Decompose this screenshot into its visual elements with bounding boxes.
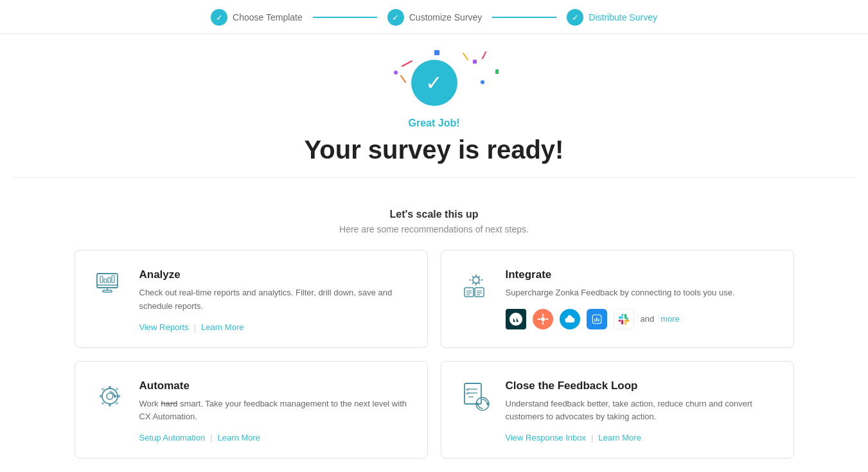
great-job-label: Great Job! [13, 118, 855, 129]
svg-rect-2 [495, 69, 499, 74]
analyze-card: Analyze Check out real-time reports and … [75, 250, 428, 348]
svg-rect-35 [109, 386, 111, 389]
slack-logo [614, 309, 634, 329]
step-line-2 [492, 17, 556, 18]
integrate-icon [459, 268, 493, 302]
svg-point-8 [481, 80, 484, 84]
svg-point-7 [394, 71, 398, 74]
hubspot-logo [533, 309, 553, 329]
svg-line-3 [402, 61, 412, 66]
scale-up-title: Let's scale this up [0, 209, 868, 220]
step-customize-survey: ✓ Customize Survey [387, 9, 483, 26]
automate-card-content: Automate Work hard smart. Take your feed… [139, 380, 409, 443]
integrate-desc: Supercharge Zonka Feedback by connecting… [506, 286, 775, 300]
integrate-more-link[interactable]: more [660, 314, 680, 324]
step-label-3: Distribute Survey [589, 12, 657, 22]
svg-point-34 [107, 393, 113, 399]
scale-up-subtitle: Here are some recommendations of next st… [0, 224, 868, 234]
feedback-loop-title: Close the Feedback Loop [506, 380, 775, 392]
svg-rect-14 [100, 276, 103, 283]
svg-rect-38 [117, 395, 120, 398]
svg-rect-13 [103, 290, 112, 292]
salesforce-logo [560, 309, 580, 329]
svg-point-18 [473, 277, 479, 283]
hero-section: ✓ Great Job! Your survey is ready! [0, 34, 868, 209]
setup-automation-link[interactable]: Setup Automation [139, 433, 206, 442]
svg-line-6 [483, 52, 486, 58]
automate-learn-more-link[interactable]: Learn More [218, 433, 260, 442]
survey-ready-title: Your survey is ready! [13, 135, 855, 164]
feedback-loop-links: View Response Inbox | Learn More [506, 433, 775, 442]
step-line-1 [313, 17, 377, 18]
feedback-loop-card: Close the Feedback Loop Understand feedb… [441, 361, 794, 459]
step-circle-3: ✓ [567, 9, 583, 26]
step-choose-template: ✓ Choose Template [211, 9, 303, 26]
automate-link-sep: | [210, 433, 212, 442]
step-circle-1: ✓ [211, 9, 227, 26]
zendesk-logo [506, 309, 526, 329]
svg-rect-23 [475, 288, 484, 297]
hero-divider [13, 177, 855, 178]
view-reports-link[interactable]: View Reports [139, 322, 189, 332]
automate-title: Automate [139, 380, 409, 392]
feedback-loop-card-content: Close the Feedback Loop Understand feedb… [506, 380, 775, 443]
intercom-logo [587, 309, 607, 329]
scale-up-section: Let's scale this up Here are some recomm… [0, 209, 868, 234]
svg-rect-16 [108, 277, 111, 283]
analyze-link-sep: | [194, 322, 196, 332]
stepper: ✓ Choose Template ✓ Customize Survey ✓ D… [0, 0, 868, 34]
integration-and-text: and [641, 314, 655, 324]
automate-desc-rest: smart. Take your feedback management to … [139, 399, 407, 422]
feedback-loop-icon [459, 380, 493, 413]
svg-rect-15 [104, 279, 107, 283]
feedback-link-sep: | [591, 433, 593, 442]
svg-rect-1 [473, 60, 477, 64]
integrate-card-content: Integrate Supercharge Zonka Feedback by … [506, 268, 775, 329]
analyze-desc: Check out real-time reports and analytic… [139, 286, 409, 313]
svg-rect-17 [112, 275, 114, 283]
automate-icon [93, 380, 127, 413]
svg-rect-0 [434, 50, 439, 55]
step-distribute-survey: ✓ Distribute Survey [567, 9, 657, 26]
step-circle-2: ✓ [387, 9, 404, 26]
analyze-icon [93, 268, 127, 302]
confetti-container: ✓ [411, 60, 457, 106]
svg-rect-37 [100, 395, 103, 398]
hero-check-circle: ✓ [411, 60, 457, 106]
svg-line-4 [401, 76, 405, 82]
automate-desc-hard: hard [161, 399, 177, 408]
automate-desc-work: Work [139, 399, 161, 408]
svg-point-28 [541, 317, 545, 321]
automate-card: Automate Work hard smart. Take your feed… [75, 361, 428, 459]
integrate-card: Integrate Supercharge Zonka Feedback by … [441, 250, 794, 348]
svg-rect-19 [465, 288, 474, 297]
cards-grid: Analyze Check out real-time reports and … [62, 250, 807, 472]
analyze-learn-more-link[interactable]: Learn More [201, 322, 244, 332]
analyze-links: View Reports | Learn More [139, 322, 409, 332]
feedback-loop-desc: Understand feedback better, take action,… [506, 398, 775, 424]
integration-logos: and more [506, 309, 775, 329]
analyze-title: Analyze [139, 268, 409, 281]
svg-rect-36 [109, 403, 111, 406]
step-label-2: Customize Survey [409, 12, 483, 22]
feedback-learn-more-link[interactable]: Learn More [598, 433, 641, 442]
automate-links: Setup Automation | Learn More [139, 433, 409, 442]
svg-marker-43 [114, 394, 117, 398]
svg-line-5 [463, 53, 468, 60]
analyze-card-content: Analyze Check out real-time reports and … [139, 268, 409, 332]
view-response-inbox-link[interactable]: View Response Inbox [506, 433, 587, 442]
automate-desc: Work hard smart. Take your feedback mana… [139, 398, 409, 424]
integrate-title: Integrate [506, 268, 775, 281]
step-label-1: Choose Template [233, 12, 303, 22]
